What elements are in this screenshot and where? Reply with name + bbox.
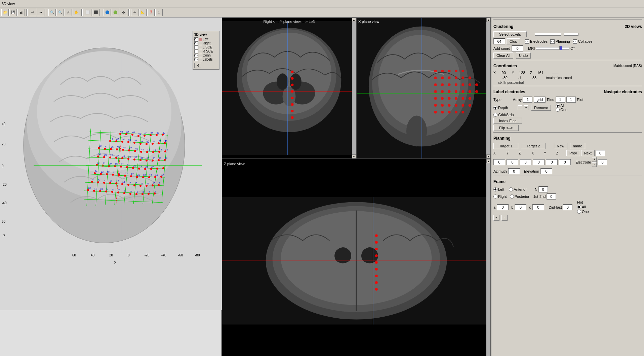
toolbar-btn-1[interactable]: 📁 — [1, 9, 9, 16]
scroll-down-y[interactable]: ▼ — [352, 154, 356, 158]
electrode-minus[interactable]: - — [592, 162, 597, 167]
checkbox-rsce[interactable] — [194, 49, 198, 53]
nav-plus-btn[interactable]: + — [524, 105, 528, 110]
toolbar-btn-9[interactable]: ✋ — [73, 9, 80, 16]
overlay-label-conn: Conn — [203, 54, 211, 57]
nav-minus-btn[interactable]: - — [518, 105, 522, 110]
checkbox-collapse[interactable]: ✓ — [573, 39, 577, 44]
checkbox-labels[interactable]: ✓ — [194, 58, 198, 61]
electrode-plus[interactable]: + — [592, 157, 597, 162]
clustering-field[interactable] — [493, 38, 505, 44]
coords-title: Coordinates — [493, 64, 605, 68]
toolbar-btn-15[interactable]: ✏ — [131, 9, 138, 16]
plan-y1[interactable] — [507, 159, 518, 165]
frame-radio-all[interactable] — [577, 205, 581, 209]
toolbar-btn-5[interactable]: ↪ — [37, 9, 44, 16]
checkbox-right[interactable]: ✓ — [194, 41, 198, 45]
svg-text:48: 48 — [123, 146, 126, 149]
azimuth-field[interactable] — [508, 168, 520, 174]
c-field[interactable] — [532, 204, 544, 210]
toolbar-btn-11[interactable]: ⬛ — [92, 9, 99, 16]
target2-btn[interactable]: Target 2 — [521, 143, 546, 149]
svg-point-238 — [291, 116, 294, 119]
clear-all-btn[interactable]: Clear All — [493, 52, 513, 59]
b-field[interactable] — [515, 204, 526, 210]
elevation-field[interactable] — [540, 168, 552, 174]
plan-y2[interactable] — [546, 159, 558, 165]
checkbox-electrodes[interactable]: ✓ — [525, 39, 529, 44]
radio-all[interactable] — [556, 104, 560, 108]
checkbox-planning[interactable]: ✓ — [550, 39, 555, 44]
grid-field[interactable] — [534, 97, 546, 103]
svg-point-253 — [448, 76, 450, 79]
radio-right[interactable]: Right — [493, 194, 507, 199]
checkbox-conn[interactable]: ✓ — [194, 54, 198, 57]
radio-one[interactable] — [556, 108, 560, 112]
toolbar-btn-13[interactable]: 🟢 — [112, 9, 119, 16]
2d-views-slider[interactable] — [535, 33, 578, 36]
r-button[interactable]: R — [194, 63, 201, 68]
radio-depth[interactable]: Depth — [493, 106, 508, 110]
n-field[interactable] — [538, 186, 548, 192]
next-btn[interactable]: Next — [581, 150, 595, 156]
add-coord-field[interactable] — [512, 45, 523, 51]
radio-anterior[interactable]: Anterior — [509, 187, 527, 191]
checkbox-left[interactable]: ✓ — [194, 37, 198, 41]
svg-point-30 — [158, 142, 160, 144]
toolbar-btn-18[interactable]: ℹ — [155, 9, 163, 16]
frame-radio-one[interactable] — [577, 210, 581, 214]
first-second-field[interactable] — [547, 193, 556, 200]
prev-btn[interactable]: Prev — [566, 150, 580, 156]
select-voxels-btn[interactable]: Select voxels — [493, 31, 527, 37]
plan-z1[interactable] — [520, 159, 531, 165]
svg-point-254 — [455, 76, 457, 79]
toolbar-btn-8[interactable]: ⤢ — [65, 9, 72, 16]
ct-label: CT — [570, 47, 575, 50]
toolbar-btn-6[interactable]: 🔍 — [48, 9, 56, 16]
plan-z2[interactable] — [559, 159, 571, 165]
scroll-up-z[interactable]: ▲ — [486, 159, 490, 163]
svg-text:62: 62 — [132, 131, 135, 134]
clus-btn[interactable]: Clus — [507, 38, 520, 44]
toolbar-btn-10[interactable]: ⬜ — [84, 9, 91, 16]
mri-slider[interactable] — [536, 47, 569, 50]
toolbar-btn-16[interactable]: 📐 — [139, 9, 147, 16]
toolbar-btn-4[interactable]: ↩ — [29, 9, 36, 16]
scroll-down-x[interactable]: ▼ — [486, 154, 490, 158]
new-btn[interactable]: New — [554, 143, 567, 149]
toolbar-btn-7[interactable]: 🔍 — [56, 9, 64, 16]
electrode-value[interactable] — [598, 159, 607, 165]
toolbar-btn-17[interactable]: ❓ — [147, 9, 155, 16]
plan-x2[interactable] — [533, 159, 545, 165]
target1-btn[interactable]: Target 1 — [493, 143, 518, 149]
elec-num-field[interactable] — [566, 97, 576, 103]
elec-field[interactable] — [556, 97, 565, 103]
mri-panel-y[interactable]: Right <--- Y plane view ---> Left — [222, 17, 356, 159]
second-last-field[interactable] — [563, 204, 572, 210]
radio-left[interactable]: Left — [493, 187, 504, 191]
mri-panel-z[interactable]: Z plane view — [222, 159, 491, 356]
toolbar-btn-2[interactable]: 💾 — [9, 9, 17, 16]
flip-btn[interactable]: Flip <--> — [493, 125, 519, 131]
frame-minus-btn[interactable]: - — [501, 215, 508, 221]
index-elec-btn[interactable]: Index Elec — [493, 118, 522, 124]
toolbar-btn-14[interactable]: ⚙ — [120, 9, 127, 16]
brain-3d-canvas[interactable]: 57 58 59 60 61 62 63 64 49 50 51 52 53 5… — [0, 17, 222, 310]
mri-panel-x[interactable]: X plane view — [356, 17, 491, 159]
overlay-item-right: ✓ Right — [194, 41, 218, 45]
plan-x1[interactable] — [493, 159, 505, 165]
next-value[interactable] — [596, 150, 605, 156]
toolbar-btn-12[interactable]: 🔵 — [104, 9, 111, 16]
radio-grid-strip[interactable]: Grid/Strip — [493, 113, 514, 117]
undo-btn[interactable]: Undo — [516, 52, 531, 59]
frame-plus-btn[interactable]: + — [493, 215, 499, 221]
array-field[interactable] — [523, 97, 532, 103]
radio-posterior[interactable]: Posterior — [510, 194, 529, 199]
a-field[interactable] — [497, 204, 509, 210]
scroll-up-x[interactable]: ▲ — [486, 18, 490, 22]
checkbox-lsce[interactable] — [194, 45, 198, 49]
name-btn[interactable]: name — [570, 143, 586, 149]
toolbar-btn-3[interactable]: 🖨 — [17, 9, 25, 16]
scroll-up-y[interactable]: ▲ — [352, 18, 356, 22]
remove-btn[interactable]: Remove — [531, 105, 551, 111]
